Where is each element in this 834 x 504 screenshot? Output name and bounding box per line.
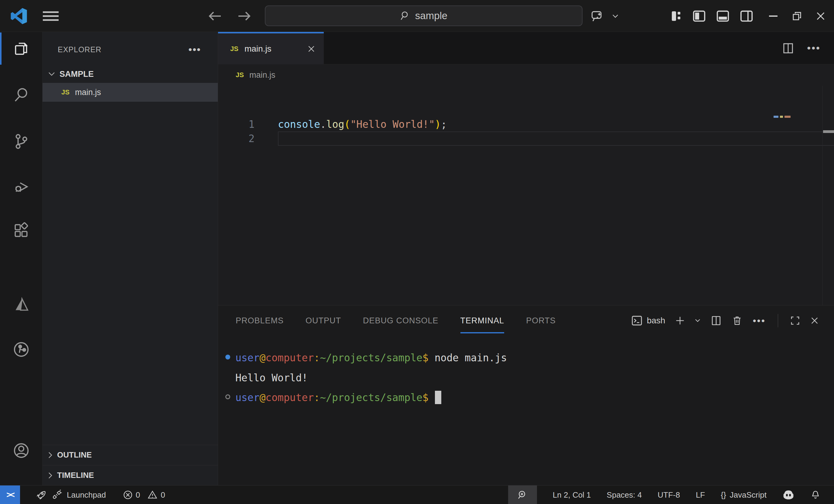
code-token-close-paren: ) [435, 118, 441, 130]
copilot-chat-icon[interactable] [586, 0, 609, 32]
line-number: 1 [218, 118, 255, 130]
terminal-command: node main.js [429, 352, 507, 364]
tab-terminal[interactable]: TERMINAL [460, 305, 504, 336]
minimap-token [785, 116, 791, 118]
chevron-down-icon [48, 72, 55, 76]
encoding[interactable]: UTF-8 [658, 490, 680, 500]
zoom-status-item[interactable] [508, 485, 537, 504]
tab-close-icon[interactable] [307, 45, 315, 53]
prompt-colon: : [314, 352, 320, 364]
remote-indicator[interactable]: >< [0, 485, 20, 504]
status-bar: >< Launchpad 0 0 Ln 2, Col 1 Spaces: 4 U… [0, 485, 834, 504]
run-debug-view-icon[interactable] [0, 169, 43, 203]
minimize-icon[interactable] [765, 0, 782, 32]
terminal-cursor [435, 391, 441, 404]
explorer-view-icon[interactable] [0, 32, 43, 65]
new-terminal-icon[interactable] [676, 316, 685, 325]
terminal-more-actions-icon[interactable]: ••• [753, 315, 766, 326]
braces-icon: {} [721, 490, 726, 500]
chevron-right-icon [48, 472, 53, 479]
prompt-path: ~/projects/sample [320, 392, 422, 404]
tab-ports[interactable]: PORTS [526, 305, 556, 336]
menu-icon[interactable] [40, 0, 61, 32]
customize-layout-icon[interactable] [667, 0, 685, 32]
file-row-mainjs[interactable]: JS main.js [43, 83, 218, 102]
explorer-title: EXPLORER [58, 45, 102, 54]
file-label: main.js [75, 88, 101, 97]
prompt-colon: : [314, 392, 320, 404]
code-token-dot: . [320, 118, 326, 130]
timeline-label: TIMELINE [57, 471, 94, 480]
activity-bar: 1 [0, 32, 43, 485]
prompt-user: user [235, 352, 259, 364]
tab-strip: JS main.js ••• [218, 32, 834, 64]
panel-tabs: PROBLEMS OUTPUT DEBUG CONSOLE TERMINAL P… [236, 305, 556, 336]
breadcrumb[interactable]: JS main.js [218, 64, 834, 86]
status-left: Launchpad 0 0 [36, 485, 165, 504]
split-editor-icon[interactable] [782, 42, 794, 55]
code-token-open-paren: ( [345, 118, 350, 130]
terminal-line-2: Hello World! [235, 370, 308, 385]
active-view-indicator [0, 32, 1, 65]
command-center-search[interactable]: sample [265, 5, 583, 26]
tab-output[interactable]: OUTPUT [306, 305, 341, 336]
maximize-panel-icon[interactable] [790, 316, 800, 325]
forward-arrow-icon[interactable] [235, 0, 254, 32]
prompt-at: @ [259, 352, 265, 364]
close-panel-icon[interactable] [810, 316, 819, 325]
minimap-token [773, 116, 778, 118]
language-mode[interactable]: {}JavaScript [721, 490, 767, 500]
javascript-file-icon: JS [230, 45, 238, 53]
extensions-view-icon[interactable] [0, 214, 43, 248]
code-editor[interactable]: 1console.log("Hello World!"); 2 [218, 86, 834, 337]
terminal-shell-selector[interactable]: bash [631, 315, 665, 326]
back-arrow-icon[interactable] [205, 0, 225, 32]
search-view-icon[interactable] [0, 78, 43, 111]
prompt-host: computer [265, 352, 314, 364]
indentation[interactable]: Spaces: 4 [607, 490, 642, 500]
tab-debug-console[interactable]: DEBUG CONSOLE [363, 305, 439, 336]
breadcrumb-file: main.js [249, 70, 276, 80]
toggle-secondary-sidebar-icon[interactable] [737, 0, 756, 32]
terminal-output: Hello World! [235, 372, 308, 384]
kill-terminal-trash-icon[interactable] [732, 315, 742, 326]
tab-problems[interactable]: PROBLEMS [236, 305, 284, 336]
cursor-position[interactable]: Ln 2, Col 1 [553, 490, 591, 500]
close-window-icon[interactable] [812, 0, 830, 32]
copilot-chevron-down-icon[interactable] [609, 0, 622, 32]
circled-branch-extension-icon[interactable] [0, 333, 43, 366]
explorer-sidebar: EXPLORER ••• SAMPLE JS main.js OUTLINE T… [43, 32, 218, 485]
workspace-folder-label: SAMPLE [60, 70, 94, 79]
copilot-status-icon[interactable] [782, 489, 794, 500]
prompt-path: ~/projects/sample [320, 352, 422, 364]
toggle-primary-sidebar-icon[interactable] [689, 0, 709, 32]
more-actions-icon[interactable]: ••• [807, 42, 821, 54]
editor-actions: ••• [782, 32, 821, 64]
errors-count: 0 [136, 490, 140, 500]
restore-window-icon[interactable] [788, 0, 806, 32]
terminal-dropdown-chevron-icon[interactable] [695, 319, 700, 322]
eol-sequence[interactable]: LF [696, 490, 705, 500]
tab-mainjs[interactable]: JS main.js [218, 32, 324, 64]
workspace-folder-row[interactable]: SAMPLE [43, 65, 218, 83]
terminal-icon [631, 315, 643, 326]
minimap[interactable] [773, 116, 791, 118]
outline-section-header[interactable]: OUTLINE [43, 445, 218, 465]
problems-status[interactable]: 0 0 [123, 490, 165, 500]
split-terminal-icon[interactable] [711, 315, 722, 326]
toggle-panel-icon[interactable] [713, 0, 732, 32]
accounts-icon[interactable] [0, 434, 43, 467]
launchpad-label[interactable]: Launchpad [67, 490, 106, 500]
terminal-content[interactable]: user@computer:~/projects/sample$ node ma… [218, 336, 834, 485]
prism-extension-icon[interactable] [0, 288, 43, 322]
line-number: 2 [218, 133, 255, 144]
source-control-view-icon[interactable] [0, 125, 43, 158]
terminal-line-3: user@computer:~/projects/sample$ [235, 390, 441, 405]
prompt-at: @ [259, 392, 265, 404]
active-tab-underline [460, 332, 504, 334]
notifications-bell-icon[interactable] [810, 489, 821, 500]
editor-scrollbar-thumb[interactable] [823, 130, 834, 133]
timeline-section-header[interactable]: TIMELINE [43, 465, 218, 485]
zoom-in-icon [517, 490, 528, 500]
explorer-more-actions-icon[interactable]: ••• [188, 46, 201, 52]
